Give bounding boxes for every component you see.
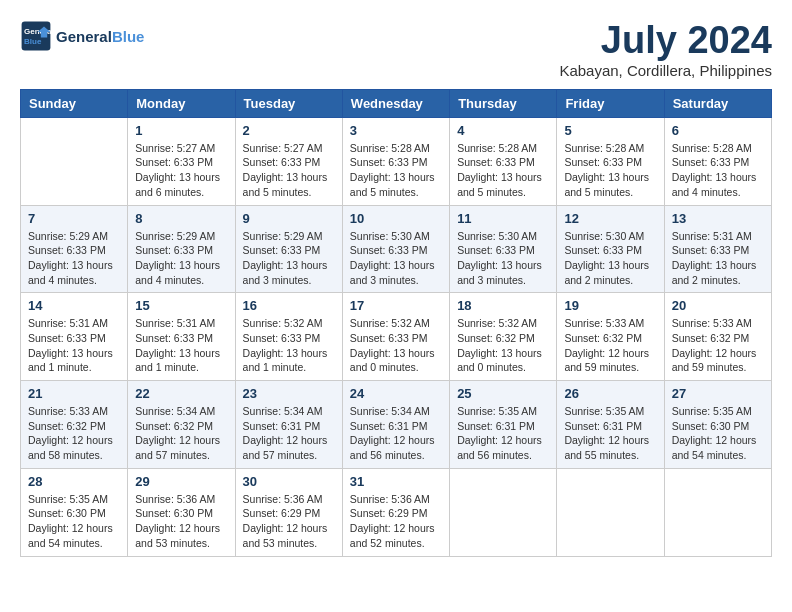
day-info: Sunrise: 5:33 AMSunset: 6:32 PMDaylight:… (672, 316, 764, 375)
calendar-cell: 12Sunrise: 5:30 AMSunset: 6:33 PMDayligh… (557, 205, 664, 293)
title-area: July 2024 Kabayan, Cordillera, Philippin… (559, 20, 772, 79)
day-info: Sunrise: 5:31 AMSunset: 6:33 PMDaylight:… (672, 229, 764, 288)
calendar-cell: 31Sunrise: 5:36 AMSunset: 6:29 PMDayligh… (342, 468, 449, 556)
day-number: 7 (28, 211, 120, 226)
page-header: General Blue GeneralBlue July 2024 Kabay… (20, 20, 772, 79)
day-header-wednesday: Wednesday (342, 89, 449, 117)
day-number: 9 (243, 211, 335, 226)
calendar-cell (21, 117, 128, 205)
day-info: Sunrise: 5:36 AMSunset: 6:29 PMDaylight:… (243, 492, 335, 551)
calendar-cell: 4Sunrise: 5:28 AMSunset: 6:33 PMDaylight… (450, 117, 557, 205)
day-number: 26 (564, 386, 656, 401)
day-number: 6 (672, 123, 764, 138)
calendar-cell: 30Sunrise: 5:36 AMSunset: 6:29 PMDayligh… (235, 468, 342, 556)
day-info: Sunrise: 5:32 AMSunset: 6:33 PMDaylight:… (243, 316, 335, 375)
day-info: Sunrise: 5:35 AMSunset: 6:30 PMDaylight:… (28, 492, 120, 551)
day-number: 17 (350, 298, 442, 313)
calendar-week-row: 28Sunrise: 5:35 AMSunset: 6:30 PMDayligh… (21, 468, 772, 556)
day-number: 30 (243, 474, 335, 489)
day-info: Sunrise: 5:36 AMSunset: 6:30 PMDaylight:… (135, 492, 227, 551)
calendar-week-row: 21Sunrise: 5:33 AMSunset: 6:32 PMDayligh… (21, 381, 772, 469)
day-number: 8 (135, 211, 227, 226)
calendar-cell: 25Sunrise: 5:35 AMSunset: 6:31 PMDayligh… (450, 381, 557, 469)
day-header-monday: Monday (128, 89, 235, 117)
day-number: 22 (135, 386, 227, 401)
logo: General Blue GeneralBlue (20, 20, 144, 52)
day-number: 11 (457, 211, 549, 226)
day-number: 4 (457, 123, 549, 138)
day-info: Sunrise: 5:35 AMSunset: 6:31 PMDaylight:… (564, 404, 656, 463)
calendar-cell: 29Sunrise: 5:36 AMSunset: 6:30 PMDayligh… (128, 468, 235, 556)
day-info: Sunrise: 5:31 AMSunset: 6:33 PMDaylight:… (28, 316, 120, 375)
day-header-saturday: Saturday (664, 89, 771, 117)
day-info: Sunrise: 5:35 AMSunset: 6:30 PMDaylight:… (672, 404, 764, 463)
logo-text: GeneralBlue (56, 28, 144, 45)
calendar-cell: 10Sunrise: 5:30 AMSunset: 6:33 PMDayligh… (342, 205, 449, 293)
day-info: Sunrise: 5:33 AMSunset: 6:32 PMDaylight:… (564, 316, 656, 375)
day-info: Sunrise: 5:36 AMSunset: 6:29 PMDaylight:… (350, 492, 442, 551)
svg-text:Blue: Blue (24, 37, 42, 46)
day-info: Sunrise: 5:34 AMSunset: 6:32 PMDaylight:… (135, 404, 227, 463)
main-title: July 2024 (559, 20, 772, 62)
day-info: Sunrise: 5:29 AMSunset: 6:33 PMDaylight:… (28, 229, 120, 288)
day-info: Sunrise: 5:29 AMSunset: 6:33 PMDaylight:… (243, 229, 335, 288)
day-number: 20 (672, 298, 764, 313)
calendar-cell: 14Sunrise: 5:31 AMSunset: 6:33 PMDayligh… (21, 293, 128, 381)
day-number: 24 (350, 386, 442, 401)
day-info: Sunrise: 5:30 AMSunset: 6:33 PMDaylight:… (350, 229, 442, 288)
day-info: Sunrise: 5:28 AMSunset: 6:33 PMDaylight:… (672, 141, 764, 200)
day-number: 15 (135, 298, 227, 313)
day-info: Sunrise: 5:27 AMSunset: 6:33 PMDaylight:… (135, 141, 227, 200)
calendar-cell: 13Sunrise: 5:31 AMSunset: 6:33 PMDayligh… (664, 205, 771, 293)
day-info: Sunrise: 5:32 AMSunset: 6:32 PMDaylight:… (457, 316, 549, 375)
day-info: Sunrise: 5:30 AMSunset: 6:33 PMDaylight:… (564, 229, 656, 288)
calendar-header-row: SundayMondayTuesdayWednesdayThursdayFrid… (21, 89, 772, 117)
day-number: 27 (672, 386, 764, 401)
day-number: 29 (135, 474, 227, 489)
day-number: 13 (672, 211, 764, 226)
day-info: Sunrise: 5:28 AMSunset: 6:33 PMDaylight:… (350, 141, 442, 200)
day-info: Sunrise: 5:30 AMSunset: 6:33 PMDaylight:… (457, 229, 549, 288)
day-info: Sunrise: 5:35 AMSunset: 6:31 PMDaylight:… (457, 404, 549, 463)
calendar-cell: 3Sunrise: 5:28 AMSunset: 6:33 PMDaylight… (342, 117, 449, 205)
day-info: Sunrise: 5:34 AMSunset: 6:31 PMDaylight:… (350, 404, 442, 463)
day-number: 14 (28, 298, 120, 313)
calendar-cell: 24Sunrise: 5:34 AMSunset: 6:31 PMDayligh… (342, 381, 449, 469)
calendar-cell (557, 468, 664, 556)
calendar-cell: 26Sunrise: 5:35 AMSunset: 6:31 PMDayligh… (557, 381, 664, 469)
calendar-week-row: 14Sunrise: 5:31 AMSunset: 6:33 PMDayligh… (21, 293, 772, 381)
day-number: 23 (243, 386, 335, 401)
day-number: 21 (28, 386, 120, 401)
subtitle: Kabayan, Cordillera, Philippines (559, 62, 772, 79)
day-number: 19 (564, 298, 656, 313)
day-number: 28 (28, 474, 120, 489)
calendar-cell: 28Sunrise: 5:35 AMSunset: 6:30 PMDayligh… (21, 468, 128, 556)
day-header-friday: Friday (557, 89, 664, 117)
day-info: Sunrise: 5:28 AMSunset: 6:33 PMDaylight:… (564, 141, 656, 200)
day-number: 16 (243, 298, 335, 313)
calendar-cell: 22Sunrise: 5:34 AMSunset: 6:32 PMDayligh… (128, 381, 235, 469)
calendar-cell: 6Sunrise: 5:28 AMSunset: 6:33 PMDaylight… (664, 117, 771, 205)
calendar-cell: 5Sunrise: 5:28 AMSunset: 6:33 PMDaylight… (557, 117, 664, 205)
day-info: Sunrise: 5:28 AMSunset: 6:33 PMDaylight:… (457, 141, 549, 200)
calendar-cell: 2Sunrise: 5:27 AMSunset: 6:33 PMDaylight… (235, 117, 342, 205)
day-header-thursday: Thursday (450, 89, 557, 117)
day-number: 12 (564, 211, 656, 226)
day-info: Sunrise: 5:32 AMSunset: 6:33 PMDaylight:… (350, 316, 442, 375)
day-info: Sunrise: 5:33 AMSunset: 6:32 PMDaylight:… (28, 404, 120, 463)
calendar-cell: 17Sunrise: 5:32 AMSunset: 6:33 PMDayligh… (342, 293, 449, 381)
day-number: 5 (564, 123, 656, 138)
day-number: 1 (135, 123, 227, 138)
calendar-cell: 15Sunrise: 5:31 AMSunset: 6:33 PMDayligh… (128, 293, 235, 381)
day-number: 2 (243, 123, 335, 138)
day-info: Sunrise: 5:29 AMSunset: 6:33 PMDaylight:… (135, 229, 227, 288)
calendar-cell: 9Sunrise: 5:29 AMSunset: 6:33 PMDaylight… (235, 205, 342, 293)
calendar-table: SundayMondayTuesdayWednesdayThursdayFrid… (20, 89, 772, 557)
day-info: Sunrise: 5:34 AMSunset: 6:31 PMDaylight:… (243, 404, 335, 463)
calendar-cell: 23Sunrise: 5:34 AMSunset: 6:31 PMDayligh… (235, 381, 342, 469)
day-number: 18 (457, 298, 549, 313)
calendar-cell: 20Sunrise: 5:33 AMSunset: 6:32 PMDayligh… (664, 293, 771, 381)
calendar-cell: 16Sunrise: 5:32 AMSunset: 6:33 PMDayligh… (235, 293, 342, 381)
calendar-cell: 18Sunrise: 5:32 AMSunset: 6:32 PMDayligh… (450, 293, 557, 381)
calendar-cell: 19Sunrise: 5:33 AMSunset: 6:32 PMDayligh… (557, 293, 664, 381)
